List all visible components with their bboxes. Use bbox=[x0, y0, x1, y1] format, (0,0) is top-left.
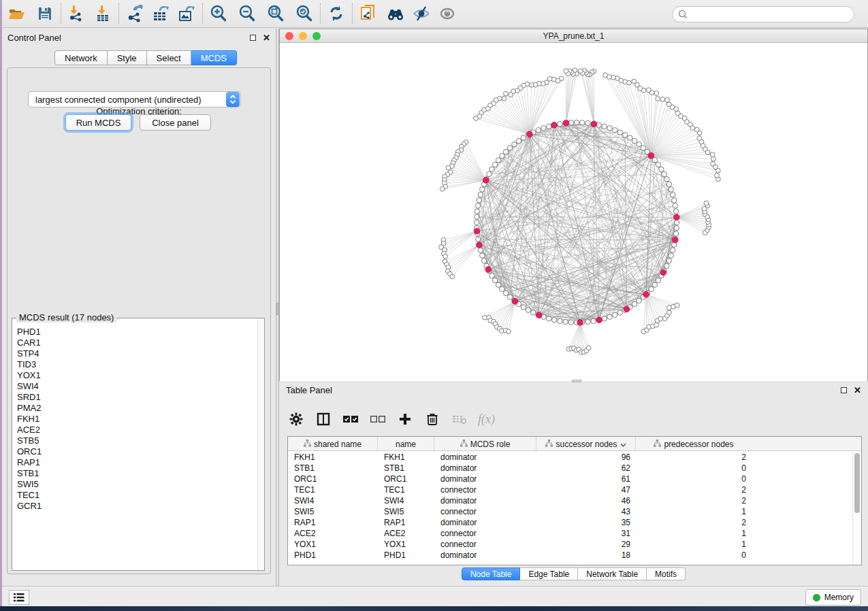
column-header-predecessor-nodes[interactable]: predecessor nodes bbox=[636, 437, 752, 451]
export-table-icon[interactable] bbox=[150, 3, 171, 24]
import-table-icon[interactable] bbox=[93, 3, 113, 24]
mcds-result-item[interactable]: STP4 bbox=[17, 348, 257, 359]
tab-node-table[interactable]: Node Table bbox=[462, 567, 521, 580]
scrollbar-thumb[interactable] bbox=[854, 453, 860, 513]
toolbar-separator bbox=[202, 3, 203, 24]
tab-edge-table[interactable]: Edge Table bbox=[520, 567, 578, 580]
zoom-out-icon[interactable] bbox=[237, 3, 257, 24]
mcds-result-item[interactable]: TID3 bbox=[17, 359, 257, 370]
close-icon[interactable]: ✕ bbox=[263, 35, 270, 41]
mcds-result-item[interactable]: ACE2 bbox=[17, 425, 257, 435]
cell-successor-nodes: 35 bbox=[536, 517, 636, 528]
search-icon bbox=[678, 10, 688, 20]
hide-selected-icon[interactable] bbox=[411, 3, 432, 24]
mcds-result-list[interactable]: PHD1CAR1STP4TID3YOX1SWI4SRD1PMA2FKH1ACE2… bbox=[12, 321, 257, 570]
criterion-dropdown[interactable]: largest connected component (undirected) bbox=[28, 91, 241, 108]
table-scrollbar[interactable] bbox=[852, 452, 861, 565]
zoom-selected-icon[interactable] bbox=[294, 3, 315, 24]
tab-style[interactable]: Style bbox=[108, 50, 147, 65]
deselect-all-icon[interactable] bbox=[369, 410, 387, 428]
table-row[interactable]: RAP1RAP1dominator352 bbox=[288, 517, 861, 528]
export-network-icon[interactable] bbox=[125, 3, 145, 24]
table-row[interactable]: SWI4SWI4dominator462 bbox=[288, 495, 861, 506]
cell-shared-name: SWI4 bbox=[288, 495, 378, 506]
delete-row-icon[interactable] bbox=[423, 410, 441, 428]
mcds-list-scrollbar[interactable] bbox=[257, 318, 264, 570]
close-icon[interactable]: ✕ bbox=[854, 387, 861, 393]
divider-grip[interactable] bbox=[276, 303, 278, 315]
mcds-result-item[interactable]: SWI4 bbox=[17, 381, 257, 392]
open-file-icon[interactable] bbox=[6, 3, 27, 24]
new-network-from-selection-icon[interactable] bbox=[358, 3, 379, 24]
refresh-icon[interactable] bbox=[326, 3, 347, 24]
mcds-result-item[interactable]: STB5 bbox=[17, 435, 257, 446]
control-panel: Control Panel ✕ NetworkStyleSelectMCDS O… bbox=[2, 29, 276, 586]
find-neighbors-icon[interactable] bbox=[385, 3, 406, 24]
table-body: FKH1FKH1dominator962STB1STB1dominator620… bbox=[288, 452, 861, 561]
save-session-icon[interactable] bbox=[35, 3, 55, 24]
cell-shared-name: STB1 bbox=[288, 463, 378, 474]
table-row[interactable]: PHD1PHD1dominator180 bbox=[288, 550, 861, 561]
float-window-icon[interactable] bbox=[250, 35, 256, 41]
show-columns-icon[interactable] bbox=[315, 410, 332, 428]
run-mcds-button[interactable]: Run MCDS bbox=[65, 114, 131, 131]
mcds-result-item[interactable]: FKH1 bbox=[17, 414, 257, 425]
cell-MCDS-role: dominator bbox=[434, 517, 536, 528]
mcds-result-item[interactable]: SWI5 bbox=[17, 479, 257, 490]
cell-predecessor-nodes: 1 bbox=[636, 539, 752, 550]
tab-network[interactable]: Network bbox=[54, 50, 108, 65]
function-builder-icon: f(x) bbox=[478, 412, 495, 427]
network-window-titlebar[interactable]: YPA_prune.txt_1 bbox=[280, 29, 867, 43]
mcds-result-item[interactable]: CAR1 bbox=[17, 337, 257, 348]
cell-predecessor-nodes: 0 bbox=[636, 463, 752, 474]
table-row[interactable]: TEC1TEC1connector472 bbox=[288, 484, 861, 495]
add-row-icon[interactable] bbox=[396, 410, 414, 428]
control-panel-titlebar: Control Panel ✕ bbox=[2, 29, 276, 46]
mcds-result-item[interactable]: RAP1 bbox=[17, 457, 257, 468]
optimization-criterion-label: Optimization criterion: bbox=[2, 106, 276, 116]
table-row[interactable]: SWI5SWI5connector431 bbox=[288, 506, 861, 517]
zoom-in-icon[interactable] bbox=[208, 3, 229, 24]
network-canvas[interactable] bbox=[280, 44, 867, 381]
table-panel-title: Table Panel bbox=[286, 385, 332, 395]
close-panel-button[interactable]: Close panel bbox=[140, 114, 211, 131]
table-row[interactable]: YOX1YOX1connector291 bbox=[288, 539, 861, 550]
cell-predecessor-nodes: 2 bbox=[636, 452, 752, 463]
cell-name: RAP1 bbox=[378, 517, 434, 528]
import-network-icon[interactable] bbox=[67, 3, 87, 24]
cell-MCDS-role: connector bbox=[434, 484, 536, 495]
table-row[interactable]: ORC1ORC1dominator610 bbox=[288, 474, 861, 484]
float-window-icon[interactable] bbox=[841, 387, 847, 393]
mcds-result-item[interactable]: PMA2 bbox=[17, 403, 257, 414]
mcds-result-item[interactable]: YOX1 bbox=[17, 370, 257, 381]
mcds-result-item[interactable]: TEC1 bbox=[17, 490, 257, 501]
table-row[interactable]: ACE2ACE2connector311 bbox=[288, 528, 861, 539]
table-row[interactable]: FKH1FKH1dominator962 bbox=[288, 452, 861, 463]
mcds-result-item[interactable]: PHD1 bbox=[17, 327, 257, 337]
tab-motifs[interactable]: Motifs bbox=[647, 567, 686, 580]
tab-mcds[interactable]: MCDS bbox=[191, 50, 237, 65]
node-table: shared namenameMCDS rolesuccessor nodesp… bbox=[287, 436, 862, 565]
memory-button[interactable]: Memory bbox=[805, 589, 861, 606]
table-row[interactable]: STB1STB1dominator620 bbox=[288, 463, 861, 474]
tab-network-table[interactable]: Network Table bbox=[578, 567, 647, 580]
tab-select[interactable]: Select bbox=[147, 50, 191, 65]
column-type-icon bbox=[460, 440, 468, 449]
select-all-icon[interactable] bbox=[342, 410, 359, 428]
search-field[interactable] bbox=[672, 6, 854, 22]
column-header-successor-nodes[interactable]: successor nodes bbox=[536, 437, 636, 451]
network-graph[interactable] bbox=[280, 44, 867, 381]
search-input[interactable] bbox=[688, 8, 854, 20]
column-header-shared-name[interactable]: shared name bbox=[288, 437, 378, 451]
mcds-result-item[interactable]: SRD1 bbox=[17, 392, 257, 403]
column-header-MCDS-role[interactable]: MCDS role bbox=[434, 437, 536, 451]
mcds-result-item[interactable]: GCR1 bbox=[17, 501, 257, 512]
zoom-fit-icon[interactable] bbox=[266, 3, 286, 24]
table-settings-icon[interactable] bbox=[287, 410, 305, 428]
task-history-button[interactable] bbox=[9, 590, 29, 605]
mcds-result-item[interactable]: ORC1 bbox=[17, 446, 257, 457]
show-all-icon[interactable] bbox=[437, 3, 457, 24]
column-header-name[interactable]: name bbox=[378, 437, 434, 451]
export-image-icon[interactable] bbox=[176, 3, 197, 24]
mcds-result-item[interactable]: STB1 bbox=[17, 468, 257, 479]
